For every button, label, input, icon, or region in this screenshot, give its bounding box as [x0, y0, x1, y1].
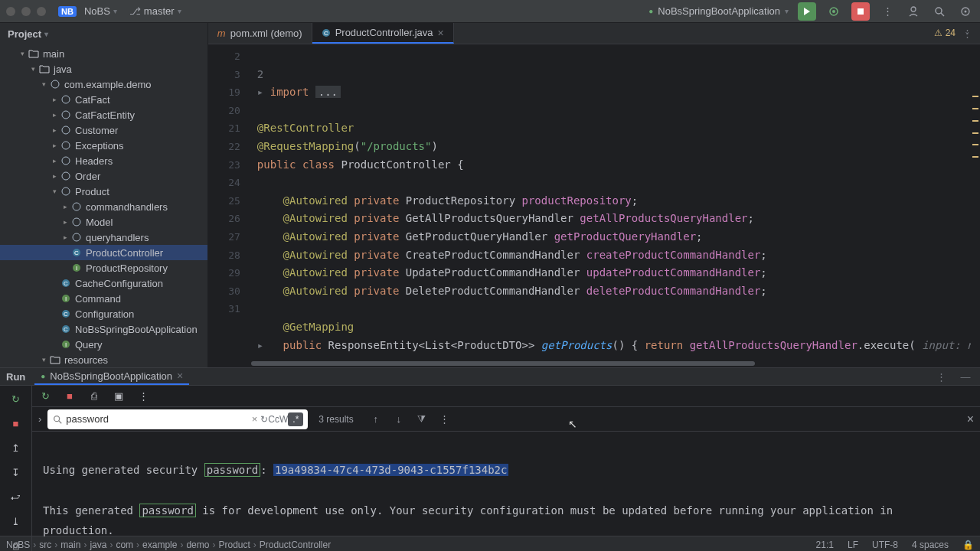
clear-find-icon[interactable]: × [249, 413, 261, 425]
code-area[interactable]: 2319202122232425262728293031 2 ▸ import … [208, 44, 980, 367]
rerun-top-icon[interactable]: ↻ [37, 388, 54, 405]
tree-item-headers[interactable]: ▸Headers [0, 153, 207, 168]
tree-chevron-icon[interactable]: ▸ [49, 172, 60, 180]
filter-icon[interactable]: ⧩ [413, 411, 430, 428]
expand-find-icon[interactable]: › [38, 413, 41, 425]
project-tree[interactable]: ▾main▾java▾com.example.demo▸CatFact▸CatF… [0, 44, 207, 367]
next-match-icon[interactable]: ↓ [390, 411, 407, 428]
stop-icon[interactable]: ■ [8, 415, 24, 432]
find-input-field[interactable] [63, 413, 248, 425]
hide-panel-icon[interactable]: — [957, 368, 974, 385]
breadcrumb-item[interactable]: NoBS [6, 540, 30, 550]
tree-chevron-icon[interactable]: ▸ [49, 157, 60, 165]
tree-item-java[interactable]: ▾java [0, 61, 207, 77]
tree-item-main[interactable]: ▾main [0, 46, 207, 61]
tree-item-exceptions[interactable]: ▸Exceptions [0, 138, 207, 153]
tree-item-catfactentity[interactable]: ▸CatFactEntity [0, 107, 207, 122]
rerun-icon[interactable]: ↻ [8, 390, 24, 407]
more-top-icon[interactable]: ⋮ [135, 388, 152, 405]
editor-tab[interactable]: CProductController.java× [312, 23, 454, 44]
tree-item-query[interactable]: IQuery [0, 337, 207, 352]
horizontal-scrollbar[interactable] [251, 360, 971, 367]
tree-chevron-icon[interactable]: ▸ [60, 233, 70, 241]
layout-icon[interactable]: ▣ [110, 388, 127, 405]
tree-chevron-icon[interactable]: ▸ [60, 218, 70, 226]
tree-item-product[interactable]: ▾Product [0, 184, 207, 199]
run-button[interactable] [798, 2, 816, 21]
more-actions-icon[interactable]: ⋮ [879, 3, 896, 20]
tree-item-order[interactable]: ▸Order [0, 168, 207, 184]
tree-item-label: Model [86, 217, 113, 228]
close-tab-icon[interactable]: × [177, 370, 183, 382]
settings-icon[interactable] [957, 3, 974, 20]
branch-selector[interactable]: ⎇ master ▾ [129, 5, 181, 17]
run-config-selector[interactable]: ● NoBsSpringBootApplication ▾ [648, 5, 789, 17]
tree-chevron-icon[interactable]: ▸ [49, 111, 60, 119]
close-tab-icon[interactable]: × [438, 27, 444, 39]
tree-chevron-icon[interactable]: ▾ [49, 187, 60, 195]
tree-item-nobsspringbootapplication[interactable]: CNoBsSpringBootApplication [0, 321, 207, 337]
history-icon[interactable]: ↻ [260, 414, 268, 425]
project-header[interactable]: Project ▾ [0, 23, 207, 44]
tree-item-label: queryhandlers [86, 232, 149, 243]
close-window-icon[interactable] [6, 7, 15, 16]
code-with-me-icon[interactable] [905, 3, 922, 20]
tree-item-productcontroller[interactable]: CProductController [0, 245, 207, 260]
tree-item-commandhandlers[interactable]: ▸commandhandlers [0, 199, 207, 214]
find-input[interactable]: × ↻ Cc W .* [47, 409, 308, 429]
run-tab[interactable]: Run [6, 371, 25, 383]
run-more-icon[interactable]: ⋮ [933, 368, 949, 385]
tree-chevron-icon[interactable]: ▾ [38, 356, 49, 364]
find-more-icon[interactable]: ⋮ [436, 411, 453, 428]
stop-top-icon[interactable]: ■ [61, 388, 78, 405]
spring-icon: ● [41, 372, 45, 380]
tree-chevron-icon[interactable]: ▾ [38, 80, 49, 88]
tree-chevron-icon[interactable]: ▸ [49, 142, 60, 149]
svg-point-35 [54, 416, 60, 421]
console-output[interactable]: Using generated security password: 19a49… [32, 432, 980, 551]
run-config-tab[interactable]: ● NoBsSpringBootApplication × [34, 368, 189, 385]
stop-button[interactable] [851, 2, 870, 21]
svg-text:I: I [65, 295, 67, 302]
tree-chevron-icon[interactable]: ▸ [49, 96, 60, 103]
tab-label: pom.xml (demo) [230, 28, 302, 39]
svg-line-36 [59, 420, 62, 423]
match-case-toggle[interactable]: Cc [268, 414, 279, 425]
regex-toggle[interactable]: .* [288, 412, 303, 426]
tree-item-catfact[interactable]: ▸CatFact [0, 92, 207, 107]
soft-wrap-icon[interactable]: ⮐ [8, 488, 24, 505]
prev-highlight-icon[interactable]: ˄ [940, 28, 957, 44]
tree-chevron-icon[interactable]: ▸ [49, 126, 60, 134]
scroll-end-icon[interactable]: ⤓ [8, 513, 24, 530]
project-selector[interactable]: NB NoBS ▾ [58, 5, 117, 17]
tree-item-cacheconfiguration[interactable]: CCacheConfiguration [0, 276, 207, 291]
maximize-window-icon[interactable] [37, 7, 46, 16]
tree-item-com-example-demo[interactable]: ▾com.example.demo [0, 77, 207, 92]
tree-item-productrepository[interactable]: IProductRepository [0, 260, 207, 276]
tree-chevron-icon[interactable]: ▾ [17, 50, 28, 57]
tree-item-queryhandlers[interactable]: ▸queryhandlers [0, 230, 207, 245]
svg-point-10 [62, 111, 70, 119]
tree-chevron-icon[interactable]: ▾ [28, 65, 38, 73]
minimize-window-icon[interactable] [21, 7, 31, 16]
words-toggle[interactable]: W [279, 414, 288, 425]
interface-icon: I [60, 294, 72, 303]
step-out-icon[interactable]: ↥ [8, 439, 24, 456]
tree-item-resources[interactable]: ▾resources [0, 352, 207, 367]
window-controls[interactable] [6, 7, 46, 16]
camera-icon[interactable]: ⎙ [86, 388, 103, 405]
debug-button[interactable] [825, 3, 842, 20]
next-highlight-icon[interactable]: ˅ [959, 28, 975, 44]
editor-tab[interactable]: mpom.xml (demo) [208, 23, 312, 44]
prev-match-icon[interactable]: ↑ [368, 411, 384, 428]
tree-item-model[interactable]: ▸Model [0, 214, 207, 230]
tree-item-command[interactable]: ICommand [0, 291, 207, 306]
tree-chevron-icon[interactable]: ▸ [60, 203, 70, 210]
step-down-icon[interactable]: ↧ [8, 464, 24, 481]
close-find-icon[interactable]: × [967, 412, 974, 426]
search-icon[interactable] [931, 3, 948, 20]
error-stripe[interactable] [971, 66, 980, 367]
tree-item-configuration[interactable]: CConfiguration [0, 306, 207, 321]
tree-item-customer[interactable]: ▸Customer [0, 122, 207, 138]
code[interactable]: 2 ▸ import ... @RestController @RequestM… [251, 44, 980, 367]
